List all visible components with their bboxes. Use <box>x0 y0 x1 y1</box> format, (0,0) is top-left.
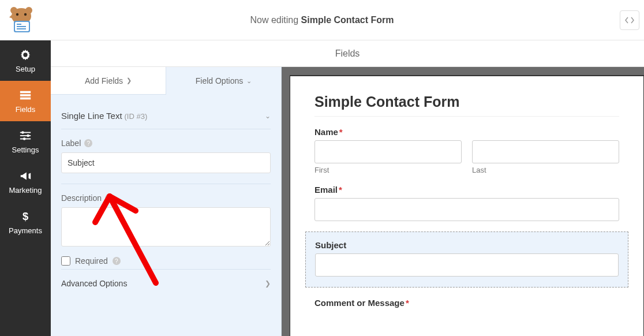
svg-point-3 <box>16 13 18 16</box>
svg-point-16 <box>27 134 29 137</box>
first-name-input[interactable] <box>314 140 462 163</box>
options-panel: Add Fields ❯ Field Options ⌄ Single Line… <box>51 67 282 336</box>
field-label: Subject <box>315 240 619 250</box>
gear-icon <box>19 48 32 61</box>
sidebar-item-settings[interactable]: Settings <box>0 121 51 162</box>
preview-form-title: Simple Contact Form <box>314 94 619 117</box>
sidebar-item-setup[interactable]: Setup <box>0 40 51 81</box>
svg-rect-8 <box>17 26 26 27</box>
svg-text:$: $ <box>23 210 28 222</box>
tab-label: Add Fields <box>85 76 123 85</box>
preview-field-name[interactable]: Name* First Last <box>314 127 619 174</box>
sidebar-item-label: Payments <box>9 226 42 235</box>
wpforms-logo <box>7 5 36 33</box>
description-input[interactable] <box>61 207 271 247</box>
required-label: Required <box>75 256 108 266</box>
label-input[interactable] <box>61 152 271 173</box>
svg-rect-9 <box>17 28 26 29</box>
subject-input[interactable] <box>315 253 619 277</box>
editing-prefix: Now editing <box>250 15 301 25</box>
sidebar-item-label: Fields <box>16 105 36 114</box>
help-icon[interactable]: ? <box>113 257 121 265</box>
code-icon <box>624 16 635 24</box>
sliders-icon <box>19 129 32 142</box>
dollar-icon: $ <box>19 210 32 223</box>
last-name-input[interactable] <box>472 140 619 163</box>
preview-page: Simple Contact Form Name* First <box>290 75 644 336</box>
label-title: Label <box>61 139 81 148</box>
preview-field-subject-selected[interactable]: Subject <box>305 232 628 288</box>
sublabel-first: First <box>314 166 462 174</box>
sidebar-item-fields[interactable]: Fields <box>0 81 51 121</box>
svg-point-14 <box>21 131 24 134</box>
field-label: Name <box>314 127 338 137</box>
svg-point-18 <box>23 137 26 140</box>
content-header: Fields <box>51 40 644 67</box>
required-checkbox[interactable] <box>61 256 70 266</box>
tab-label: Field Options <box>196 76 243 85</box>
sidebar-item-label: Setup <box>16 65 35 73</box>
help-icon[interactable]: ? <box>105 194 113 202</box>
sublabel-last: Last <box>472 166 619 174</box>
tab-field-options[interactable]: Field Options ⌄ <box>166 67 281 95</box>
form-icon <box>19 89 32 102</box>
preview-field-email[interactable]: Email* <box>314 185 619 221</box>
advanced-options-toggle[interactable]: Advanced Options ❯ <box>61 269 271 295</box>
description-title: Description <box>61 193 102 203</box>
field-type-name: Single Line Text <box>61 111 122 121</box>
field-label: Comment or Message <box>314 298 405 308</box>
required-star: * <box>339 185 342 195</box>
tab-add-fields[interactable]: Add Fields ❯ <box>51 67 166 95</box>
help-icon[interactable]: ? <box>84 139 92 147</box>
field-id: (ID #3) <box>125 112 148 121</box>
preview-field-comment[interactable]: Comment or Message* <box>314 298 619 308</box>
svg-rect-7 <box>17 24 21 25</box>
svg-point-4 <box>24 13 27 16</box>
chevron-right-icon: ❯ <box>126 77 132 84</box>
embed-button[interactable] <box>620 10 639 30</box>
preview-column: Simple Contact Form Name* First <box>282 67 644 336</box>
chevron-right-icon: ❯ <box>265 279 271 288</box>
chevron-down-icon: ⌄ <box>265 112 271 120</box>
email-input[interactable] <box>314 198 619 221</box>
advanced-label: Advanced Options <box>61 279 127 288</box>
chevron-down-icon: ⌄ <box>246 77 252 85</box>
editing-form-name: Simple Contact Form <box>301 15 394 25</box>
sidebar-item-marketing[interactable]: Marketing <box>0 162 51 202</box>
field-label: Email <box>314 185 338 195</box>
svg-rect-10 <box>20 91 31 93</box>
svg-rect-12 <box>20 97 31 99</box>
megaphone-icon <box>19 170 32 182</box>
header: Now editing Simple Contact Form <box>0 0 644 40</box>
field-section-header[interactable]: Single Line Text (ID #3) ⌄ <box>61 103 271 129</box>
required-star: * <box>339 127 343 137</box>
sidebar-item-payments[interactable]: $ Payments <box>0 202 51 242</box>
svg-rect-11 <box>20 94 31 96</box>
sidebar-item-label: Settings <box>12 145 39 154</box>
required-star: * <box>406 298 409 308</box>
editing-title: Now editing Simple Contact Form <box>250 15 394 25</box>
sidebar-item-label: Marketing <box>9 186 42 195</box>
sidebar: Setup Fields Settings Marketing $ Paymen… <box>0 40 51 336</box>
